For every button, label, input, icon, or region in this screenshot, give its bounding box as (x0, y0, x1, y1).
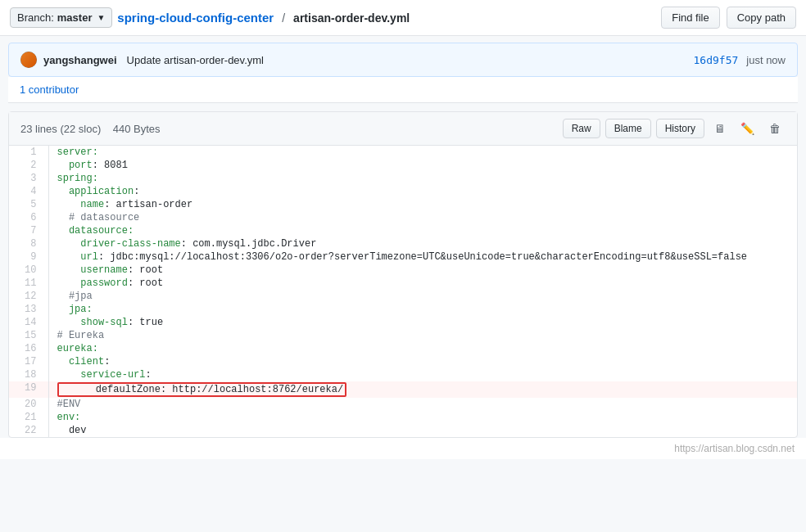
line-number: 20 (9, 398, 48, 411)
commit-author[interactable]: yangshangwei (43, 54, 117, 66)
avatar-image (20, 52, 37, 68)
table-row: 12 #jpa (9, 290, 797, 303)
line-number: 12 (9, 290, 48, 303)
line-code: port: 8081 (48, 159, 797, 172)
watermark: https://artisan.blog.csdn.net (0, 438, 806, 459)
line-code: url: jdbc:mysql://localhost:3306/o2o-ord… (48, 250, 797, 264)
line-number: 1 (9, 146, 48, 159)
file-header: 23 lines (22 sloc) 440 Bytes Raw Blame H… (9, 112, 797, 146)
line-code: service-url: (48, 368, 797, 381)
branch-name: master (57, 11, 93, 24)
table-row: 16eureka: (9, 342, 797, 355)
line-code: defaultZone: http://localhost:8762/eurek… (48, 381, 797, 398)
commit-meta: 16d9f57 just now (694, 54, 786, 66)
commit-info: yangshangwei Update artisan-order-dev.ym… (20, 52, 264, 68)
line-code: env: (48, 411, 797, 424)
table-row: 15# Eureka (9, 329, 797, 342)
file-container: 23 lines (22 sloc) 440 Bytes Raw Blame H… (8, 111, 798, 438)
branch-label: Branch: (17, 11, 54, 24)
branch-selector[interactable]: Branch: master ▼ (10, 7, 112, 28)
line-code: client: (48, 355, 797, 368)
top-bar-actions: Find file Copy path (661, 7, 796, 29)
line-number: 17 (9, 355, 48, 368)
contributor-row: 1 contributor (8, 77, 798, 103)
table-row: 1server: (9, 146, 797, 159)
line-code: show-sql: true (48, 316, 797, 329)
line-code: driver-class-name: com.mysql.jdbc.Driver (48, 237, 797, 250)
line-number: 19 (9, 381, 48, 398)
blame-button[interactable]: Blame (605, 119, 651, 138)
table-row: 3spring: (9, 172, 797, 185)
line-number: 4 (9, 185, 48, 198)
file-name: artisan-order-dev.yml (293, 11, 410, 25)
line-number: 16 (9, 342, 48, 355)
line-code: application: (48, 185, 797, 198)
line-code: eureka: (48, 342, 797, 355)
line-code: spring: (48, 172, 797, 185)
table-row: 9 url: jdbc:mysql://localhost:3306/o2o-o… (9, 250, 797, 264)
line-number: 9 (9, 250, 48, 264)
commit-message: Update artisan-order-dev.yml (127, 54, 264, 66)
watermark-text: https://artisan.blog.csdn.net (674, 443, 795, 454)
table-row: 11 password: root (9, 277, 797, 290)
commit-time: just now (746, 54, 786, 66)
table-row: 22 dev (9, 424, 797, 437)
raw-button[interactable]: Raw (563, 119, 600, 138)
line-code: #ENV (48, 398, 797, 411)
line-code: dev (48, 424, 797, 437)
table-row: 19 defaultZone: http://localhost:8762/eu… (9, 381, 797, 398)
table-row: 5 name: artisan-order (9, 198, 797, 211)
contributor-link[interactable]: 1 contributor (20, 83, 79, 96)
line-number: 6 (9, 211, 48, 224)
line-code: #jpa (48, 290, 797, 303)
desktop-icon[interactable]: 🖥 (709, 119, 731, 138)
table-row: 10 username: root (9, 264, 797, 277)
line-number: 14 (9, 316, 48, 329)
table-row: 7 datasource: (9, 224, 797, 237)
line-number: 18 (9, 368, 48, 381)
line-number: 11 (9, 277, 48, 290)
line-code: username: root (48, 264, 797, 277)
code-table: 1server:2 port: 80813spring:4 applicatio… (9, 146, 797, 437)
edit-icon[interactable]: ✏️ (736, 119, 759, 138)
table-row: 13 jpa: (9, 303, 797, 316)
line-code: datasource: (48, 224, 797, 237)
table-row: 14 show-sql: true (9, 316, 797, 329)
line-number: 22 (9, 424, 48, 437)
line-code: # datasource (48, 211, 797, 224)
line-number: 7 (9, 224, 48, 237)
line-code: name: artisan-order (48, 198, 797, 211)
breadcrumb-area: Branch: master ▼ spring-cloud-config-cen… (10, 7, 410, 28)
table-row: 21env: (9, 411, 797, 424)
table-row: 6 # datasource (9, 211, 797, 224)
line-number: 2 (9, 159, 48, 172)
line-code: # Eureka (48, 329, 797, 342)
table-row: 17 client: (9, 355, 797, 368)
repo-name-link[interactable]: spring-cloud-config-center (117, 11, 274, 25)
line-code: password: root (48, 277, 797, 290)
line-code: server: (48, 146, 797, 159)
table-row: 20#ENV (9, 398, 797, 411)
file-info: 23 lines (22 sloc) 440 Bytes (20, 123, 161, 135)
avatar (20, 52, 37, 68)
line-number: 13 (9, 303, 48, 316)
delete-icon[interactable]: 🗑 (764, 119, 786, 138)
line-code: jpa: (48, 303, 797, 316)
line-number: 21 (9, 411, 48, 424)
copy-path-button[interactable]: Copy path (727, 7, 796, 29)
line-number: 5 (9, 198, 48, 211)
commit-sha[interactable]: 16d9f57 (694, 54, 739, 66)
history-button[interactable]: History (656, 119, 704, 138)
line-number: 10 (9, 264, 48, 277)
table-row: 2 port: 8081 (9, 159, 797, 172)
line-number: 15 (9, 329, 48, 342)
breadcrumb-separator: / (282, 11, 285, 25)
table-row: 18 service-url: (9, 368, 797, 381)
table-row: 8 driver-class-name: com.mysql.jdbc.Driv… (9, 237, 797, 250)
file-actions: Raw Blame History 🖥 ✏️ 🗑 (563, 119, 786, 138)
file-size: 440 Bytes (113, 123, 161, 135)
find-file-button[interactable]: Find file (661, 7, 720, 29)
lines-info: 23 lines (22 sloc) (20, 123, 101, 135)
line-number: 8 (9, 237, 48, 250)
line-number: 3 (9, 172, 48, 185)
